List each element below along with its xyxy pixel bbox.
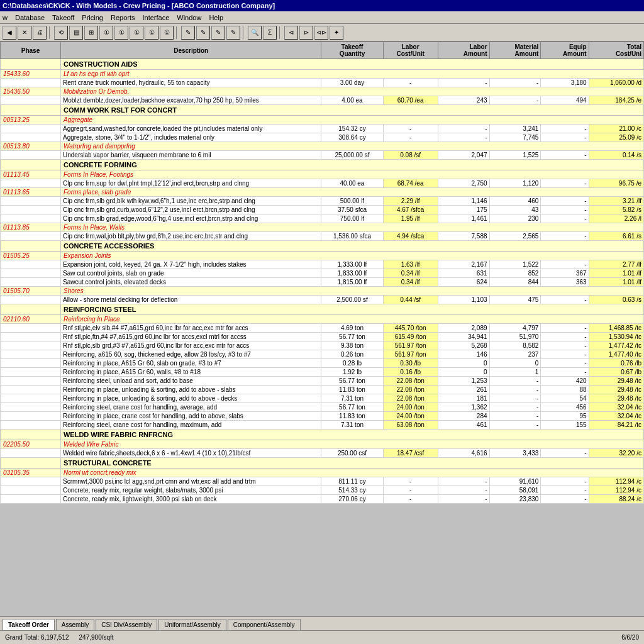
table-row: 02205.50Welded Wire Fabric bbox=[1, 440, 644, 449]
row-qty: 56.77 ton bbox=[321, 377, 383, 386]
row-material: 8,582 bbox=[489, 341, 541, 350]
table-row[interactable]: Aggregrt,sand,washed,for concrete,loaded… bbox=[1, 125, 644, 133]
row-labor-amt: 1,103 bbox=[438, 296, 489, 304]
table-scroll[interactable]: Phase Description TakeoffQuantity LaborC… bbox=[0, 42, 644, 564]
row-labor-unit: 22.08 /ton bbox=[383, 386, 438, 394]
toolbar-btn-15[interactable]: ✎ bbox=[226, 26, 240, 40]
table-row[interactable]: Cip cnc frm,slb grd,curb,wood,6"12",2 us… bbox=[1, 206, 644, 214]
row-phase bbox=[1, 125, 61, 133]
table-row[interactable]: Concrete, ready mix, regular weight, sla… bbox=[1, 486, 644, 495]
row-phase bbox=[1, 269, 61, 278]
table-row[interactable]: Reinforcing in place, crane cost for han… bbox=[1, 412, 644, 421]
row-phase bbox=[1, 403, 61, 412]
table-row[interactable]: Reinforcing steel, unload and sort, add … bbox=[1, 377, 644, 386]
table-row[interactable]: Underslab vapor barrier, visqueen membra… bbox=[1, 151, 644, 160]
table-row[interactable]: Rnf stl,plc,elv slb,#4 #7,a615,grd 60,in… bbox=[1, 324, 644, 333]
row-desc: Aggregate, stone, 3/4" to 1-1/2", includ… bbox=[60, 133, 321, 142]
menu-window[interactable]: Window bbox=[177, 14, 201, 21]
row-desc: Moblzt demblz,dozer,loader,backhoe excav… bbox=[60, 96, 321, 105]
row-material: - bbox=[489, 96, 541, 105]
toolbar-btn-search[interactable]: 🔍 bbox=[248, 26, 262, 40]
menu-database[interactable]: Database bbox=[15, 14, 45, 21]
toolbar-btn-7[interactable]: ① bbox=[99, 26, 113, 40]
tab-assembly[interactable]: Assembly bbox=[56, 619, 94, 630]
table-row[interactable]: Moblzt demblz,dozer,loader,backhoe excav… bbox=[1, 96, 644, 105]
toolbar-btn-3[interactable]: 🖨 bbox=[33, 26, 47, 40]
table-row[interactable]: Scrmnwt,3000 psi,inc lcl agg,snd,prt cmn… bbox=[1, 477, 644, 486]
row-desc: Scrmnwt,3000 psi,inc lcl agg,snd,prt cmn… bbox=[60, 477, 321, 486]
table-row[interactable]: Allow - shore metal decking for deflecti… bbox=[1, 296, 644, 304]
table-row[interactable]: Aggregate, stone, 3/4" to 1-1/2", includ… bbox=[1, 133, 644, 142]
menu-pricing[interactable]: Pricing bbox=[82, 14, 103, 21]
menu-interface[interactable]: Interface bbox=[142, 14, 169, 21]
row-desc: Rnf stl,plc,elv slb,#4 #7,a615,grd 60,in… bbox=[60, 324, 321, 333]
table-row[interactable]: Clp cnc frm,sup for dwl,plnt tmpl,12'12'… bbox=[1, 179, 644, 188]
toolbar-btn-2[interactable]: ✕ bbox=[18, 26, 31, 40]
table-row[interactable]: Rnf stl,plc,slb grd,#3 #7,a615,grd 60,in… bbox=[1, 341, 644, 350]
toolbar-btn-11[interactable]: ① bbox=[160, 26, 174, 40]
menu-w[interactable]: w bbox=[3, 14, 8, 21]
row-phase bbox=[1, 232, 61, 241]
row-qty: 0.28 lb bbox=[321, 359, 383, 368]
table-row[interactable]: Expansion joint, cold, keyed, 24 ga. X 7… bbox=[1, 260, 644, 269]
menu-takeoff[interactable]: Takeoff bbox=[52, 14, 74, 21]
row-phase bbox=[1, 359, 61, 368]
row-equip: - bbox=[541, 260, 589, 269]
row-material: - bbox=[489, 412, 541, 421]
toolbar-btn-nav1[interactable]: ⊲ bbox=[284, 26, 298, 40]
table-row[interactable]: Reinforcing steel, crane cost for handli… bbox=[1, 403, 644, 412]
row-qty: 7.31 ton bbox=[321, 421, 383, 430]
menu-reports[interactable]: Reports bbox=[111, 14, 135, 21]
table-row[interactable]: Cip cnc frm,slb grad,edge,wood,6"hg,4 us… bbox=[1, 214, 644, 223]
table-row[interactable]: Reinforcing in place, A615 Gr 60, slab o… bbox=[1, 359, 644, 368]
table-row[interactable]: Sawcut control joints, elevated decks 1,… bbox=[1, 278, 644, 287]
table-row[interactable]: Welded wire fabric,sheets,deck,6 x 6 - w… bbox=[1, 449, 644, 458]
tab-component[interactable]: Component/Assembly bbox=[228, 619, 301, 630]
tab-uniformat[interactable]: Uniformat/Assembly bbox=[158, 619, 226, 630]
toolbar-btn-5[interactable]: ▤ bbox=[69, 26, 83, 40]
phase-number: 00513.80 bbox=[1, 142, 61, 151]
toolbar-btn-9[interactable]: ① bbox=[130, 26, 143, 40]
table-row[interactable]: Reinforcing in place, A615 Gr 60, walls,… bbox=[1, 368, 644, 377]
table-row[interactable]: Rent crane truck mounted, hydraulic, 55 … bbox=[1, 79, 644, 87]
row-material: 852 bbox=[489, 269, 541, 278]
row-equip: 54 bbox=[541, 394, 589, 403]
status-left: Grand Total: 6,197,512 247,900/sqft bbox=[5, 634, 114, 641]
tab-csi-div[interactable]: CSI Div/Assembly bbox=[96, 619, 157, 630]
row-total: 29.48 /tc bbox=[589, 394, 643, 403]
table-row[interactable]: Rnf stl,plc,ftn,#4 #7,a615,grd 60,inc lb… bbox=[1, 333, 644, 341]
toolbar-btn-13[interactable]: ✎ bbox=[196, 26, 210, 40]
toolbar-btn-nav3[interactable]: ⊲⊳ bbox=[314, 26, 328, 40]
table-row[interactable]: Reinforcing steel, crane cost for handli… bbox=[1, 421, 644, 430]
row-labor-amt: 34,941 bbox=[438, 333, 489, 341]
menu-help[interactable]: Help bbox=[209, 14, 223, 21]
toolbar-btn-sigma[interactable]: Σ bbox=[263, 26, 277, 40]
toolbar-btn-8[interactable]: ① bbox=[114, 26, 128, 40]
row-labor-unit: 4.67 /sfca bbox=[383, 206, 438, 214]
toolbar-btn-4[interactable]: ⟲ bbox=[54, 26, 68, 40]
table-row[interactable]: Reinforcing, a615 60, sog, thickened edg… bbox=[1, 350, 644, 359]
toolbar-btn-10[interactable]: ① bbox=[145, 26, 158, 40]
toolbar-btn-12[interactable]: ✎ bbox=[181, 26, 195, 40]
category-desc: CONCRETE FORMING bbox=[60, 160, 643, 170]
table-row[interactable]: Reinforcing in place, unloading & sortin… bbox=[1, 394, 644, 403]
table-row[interactable]: Cip cnc frm,slb grd,blk wth kyw,wd,6"h,1… bbox=[1, 197, 644, 206]
toolbar-btn-14[interactable]: ✎ bbox=[211, 26, 225, 40]
row-desc: Reinforcing in place, unloading & sortin… bbox=[60, 394, 321, 403]
table-row[interactable]: Cip cnc frm,wal,job blt,ply,blw grd,8'h,… bbox=[1, 232, 644, 241]
row-equip: 3,180 bbox=[541, 79, 589, 87]
row-qty: 154.32 cy bbox=[321, 125, 383, 133]
row-desc: Clp cnc frm,sup for dwl,plnt tmpl,12'12'… bbox=[60, 179, 321, 188]
table-row[interactable]: Concrete, ready mix, lightweight, 3000 p… bbox=[1, 495, 644, 504]
sub-desc: Reinforcing In Place bbox=[60, 315, 643, 324]
toolbar-btn-1[interactable]: ◀ bbox=[3, 26, 16, 40]
table-row[interactable]: Reinforcing in place, unloading & sortin… bbox=[1, 386, 644, 394]
tab-takeoff-order[interactable]: Takeoff Order bbox=[3, 619, 55, 630]
table-row[interactable]: Saw cut control joints, slab on grade 1,… bbox=[1, 269, 644, 278]
toolbar-btn-6[interactable]: ⊞ bbox=[84, 26, 98, 40]
toolbar-btn-nav4[interactable]: ✦ bbox=[330, 26, 343, 40]
row-material: 91,610 bbox=[489, 477, 541, 486]
toolbar-btn-nav2[interactable]: ⊳ bbox=[299, 26, 313, 40]
category-phase bbox=[1, 458, 61, 469]
row-labor-amt: 261 bbox=[438, 386, 489, 394]
